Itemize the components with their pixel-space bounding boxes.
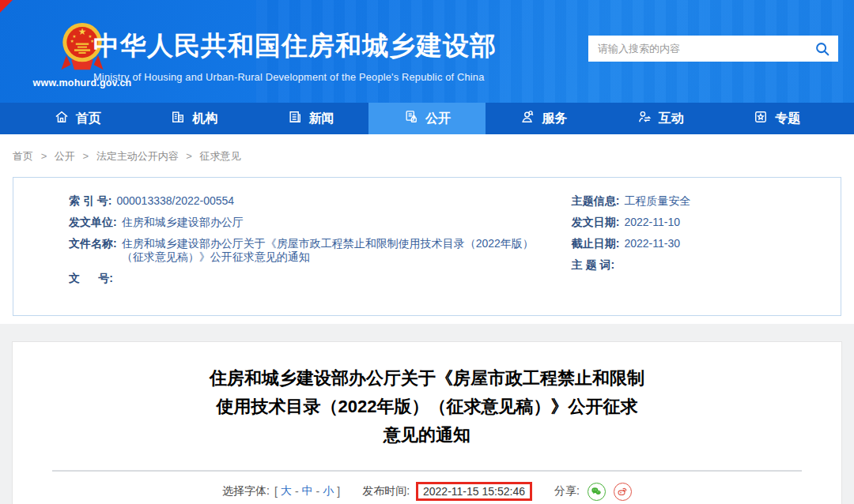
nav-label: 服务: [542, 111, 567, 127]
article-title-line: 住房和城乡建设部办公厅关于《房屋市政工程禁止和限制: [13, 364, 841, 393]
nav-item-organization[interactable]: 机构: [135, 103, 251, 134]
field-label: 文 号:: [69, 272, 113, 285]
dash: -: [316, 485, 320, 498]
nav-label: 互动: [659, 111, 684, 127]
article-title-line: 使用技术目录（2022年版）（征求意见稿）》公开征求: [13, 393, 841, 421]
nav-item-home[interactable]: 首页: [19, 103, 135, 134]
field-value: 工程质量安全: [624, 194, 690, 208]
organization-icon: [170, 109, 186, 128]
site-search: [588, 36, 838, 62]
breadcrumb-current: 征求意见: [200, 150, 241, 162]
info-row-document-number: 文 号:: [69, 272, 543, 285]
font-select-label: 选择字体:: [222, 484, 270, 498]
publish-time-highlight: 2022-11-15 15:52:46: [416, 482, 532, 501]
main-nav: 首页 机构 新闻 公开: [0, 103, 854, 134]
article-section: 住房和城乡建设部办公厅关于《房屋市政工程禁止和限制 使用技术目录（2022年版）…: [0, 324, 854, 504]
nav-label: 专题: [775, 111, 800, 127]
article-box: 住房和城乡建设部办公厅关于《房屋市政工程禁止和限制 使用技术目录（2022年版）…: [12, 341, 842, 504]
font-size-medium[interactable]: 中: [302, 484, 313, 498]
breadcrumb-separator: >: [186, 150, 192, 162]
bracket: [: [274, 485, 278, 498]
breadcrumb-separator: >: [41, 150, 47, 162]
info-row-document-name: 文件名称: 住房和城乡建设部办公厅关于《房屋市政工程禁止和限制使用技术目录（20…: [69, 237, 543, 264]
info-row-subject-info: 主题信息: 工程质量安全: [572, 194, 822, 208]
breadcrumb: 首页 > 公开 > 法定主动公开内容 > 征求意见: [0, 134, 854, 164]
site-title-cn: 中华人民共和国住房和城乡建设部: [93, 28, 497, 64]
field-label: 文件名称:: [69, 237, 117, 264]
article-title: 住房和城乡建设部办公厅关于《房屋市政工程禁止和限制 使用技术目录（2022年版）…: [13, 364, 841, 449]
bracket: ]: [337, 485, 340, 498]
field-label: 发文单位:: [69, 216, 117, 229]
search-input[interactable]: [598, 43, 813, 55]
info-column-right: 主题信息: 工程质量安全 发文日期: 2022-11-10 截止日期: 2022…: [543, 194, 822, 315]
info-row-issuing-unit: 发文单位: 住房和城乡建设部办公厅: [69, 216, 543, 229]
nav-label: 新闻: [309, 111, 334, 127]
font-size-group: [ 大 - 中 - 小 ]: [274, 484, 340, 498]
home-icon: [54, 109, 70, 128]
nav-label: 首页: [76, 111, 101, 127]
topic-icon: [753, 109, 769, 128]
breadcrumb-disclosure[interactable]: 公开: [55, 150, 75, 162]
nav-item-interaction[interactable]: 互动: [602, 103, 718, 134]
nav-item-news[interactable]: 新闻: [252, 103, 368, 134]
site-title-block: 中华人民共和国住房和城乡建设部 Ministry of Housing and …: [93, 28, 497, 83]
field-label: 主 题 词:: [572, 258, 614, 272]
nav-label: 机构: [192, 111, 217, 127]
corner-fold-decoration: [0, 0, 13, 13]
article-toolbar: 选择字体: [ 大 - 中 - 小 ] 发布时间: 2022-11-15 15:…: [13, 482, 841, 501]
field-value: 2022-11-10: [624, 216, 680, 229]
nav-label: 公开: [425, 111, 451, 127]
field-value: 住房和城乡建设部办公厅: [122, 216, 244, 229]
breadcrumb-home[interactable]: 首页: [13, 150, 33, 162]
field-label: 主题信息:: [572, 194, 620, 208]
site-header: ★ ★ ★ ★ ★ www.mohurd.gov.cn 中华人民共和国住房和城乡…: [0, 0, 854, 103]
nav-item-topic[interactable]: 专题: [719, 103, 835, 134]
field-value: 000013338/2022-00554: [116, 194, 234, 208]
info-row-deadline: 截止日期: 2022-11-30: [572, 237, 822, 250]
search-icon[interactable]: [813, 39, 832, 58]
title-divider: [52, 470, 802, 472]
field-label: 截止日期:: [572, 237, 620, 250]
document-info-box: 索 引 号: 000013338/2022-00554 发文单位: 住房和城乡建…: [13, 177, 841, 316]
dash: -: [295, 485, 299, 498]
breadcrumb-separator: >: [82, 150, 89, 162]
wechat-share-icon[interactable]: [588, 483, 606, 501]
font-size-large[interactable]: 大: [281, 484, 292, 498]
service-icon: [520, 109, 535, 128]
field-label: 索 引 号:: [69, 194, 111, 208]
disclosure-icon: [403, 109, 419, 128]
nav-item-service[interactable]: 服务: [486, 103, 602, 134]
interaction-icon: [637, 109, 652, 128]
news-icon: [287, 109, 303, 128]
info-row-keywords: 主 题 词:: [572, 258, 822, 272]
publish-time-label: 发布时间:: [362, 484, 410, 498]
info-column-left: 索 引 号: 000013338/2022-00554 发文单位: 住房和城乡建…: [69, 194, 543, 315]
weibo-share-icon[interactable]: [614, 483, 632, 501]
svg-text:★: ★: [72, 34, 76, 39]
article-title-line: 意见的通知: [13, 421, 841, 449]
breadcrumb-statutory-content[interactable]: 法定主动公开内容: [96, 150, 179, 162]
svg-text:★: ★: [78, 26, 87, 37]
share-label: 分享:: [554, 484, 580, 498]
info-row-index-number: 索 引 号: 000013338/2022-00554: [69, 194, 543, 208]
site-title-en: Ministry of Housing and Urban-Rural Deve…: [93, 71, 497, 83]
info-row-issue-date: 发文日期: 2022-11-10: [572, 216, 822, 229]
field-value: 2022-11-30: [624, 237, 680, 250]
svg-text:★: ★: [89, 34, 93, 39]
font-size-small[interactable]: 小: [323, 484, 334, 498]
svg-text:★: ★: [70, 39, 74, 44]
field-value: 住房和城乡建设部办公厅关于《房屋市政工程禁止和限制使用技术目录（2022年版） …: [122, 237, 543, 264]
field-label: 发文日期:: [572, 216, 620, 229]
nav-item-disclosure[interactable]: 公开: [368, 103, 485, 134]
